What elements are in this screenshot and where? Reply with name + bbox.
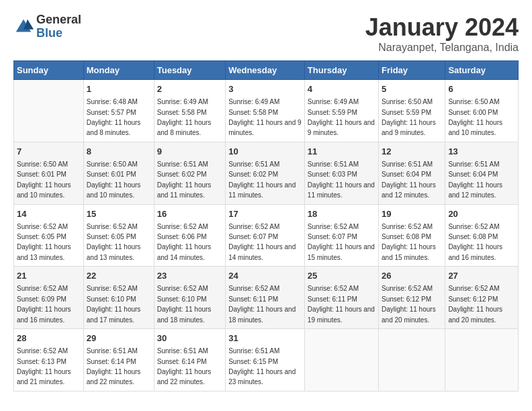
calendar-cell: 30 Sunrise: 6:51 AM Sunset: 6:14 PM Dayl… <box>154 329 225 392</box>
logo: General Blue <box>13 13 81 40</box>
day-sunset: Sunset: 6:13 PM <box>17 358 66 365</box>
day-daylight: Daylight: 11 hours and 15 minutes. <box>308 243 375 261</box>
day-daylight: Daylight: 11 hours and 11 minutes. <box>308 181 375 199</box>
day-sunrise: Sunrise: 6:49 AM <box>308 98 359 105</box>
calendar-cell: 12 Sunrise: 6:51 AM Sunset: 6:04 PM Dayl… <box>379 142 445 204</box>
col-wednesday: Wednesday <box>226 61 305 80</box>
calendar-week-4: 21 Sunrise: 6:52 AM Sunset: 6:09 PM Dayl… <box>14 267 519 329</box>
day-sunset: Sunset: 6:06 PM <box>157 233 207 240</box>
day-sunset: Sunset: 6:07 PM <box>228 233 278 240</box>
day-number: 15 <box>87 208 151 220</box>
day-number: 1 <box>87 83 151 95</box>
day-sunset: Sunset: 6:08 PM <box>448 233 498 240</box>
calendar-cell <box>304 329 378 392</box>
day-sunrise: Sunrise: 6:50 AM <box>87 161 138 168</box>
title-area: January 2024 Narayanpet, Telangana, Indi… <box>365 13 519 54</box>
day-sunset: Sunset: 6:07 PM <box>308 233 357 240</box>
day-daylight: Daylight: 11 hours and 8 minutes. <box>87 119 141 136</box>
logo-text: General Blue <box>36 13 81 40</box>
day-number: 11 <box>308 146 375 158</box>
day-sunrise: Sunrise: 6:52 AM <box>17 285 68 292</box>
day-sunset: Sunset: 6:02 PM <box>157 171 207 178</box>
day-daylight: Daylight: 11 hours and 20 minutes. <box>448 306 502 323</box>
calendar-week-2: 7 Sunrise: 6:50 AM Sunset: 6:01 PM Dayli… <box>14 142 519 204</box>
calendar-week-3: 14 Sunrise: 6:52 AM Sunset: 6:05 PM Dayl… <box>14 204 519 267</box>
day-daylight: Daylight: 11 hours and 22 minutes. <box>87 368 141 385</box>
day-daylight: Daylight: 11 hours and 10 minutes. <box>448 119 502 136</box>
calendar-cell <box>379 329 445 392</box>
calendar-cell: 15 Sunrise: 6:52 AM Sunset: 6:05 PM Dayl… <box>83 204 154 267</box>
day-sunset: Sunset: 6:08 PM <box>382 233 431 240</box>
calendar-cell: 16 Sunrise: 6:52 AM Sunset: 6:06 PM Dayl… <box>154 204 225 267</box>
day-sunrise: Sunrise: 6:52 AM <box>17 347 68 355</box>
day-sunrise: Sunrise: 6:52 AM <box>308 223 359 230</box>
day-sunrise: Sunrise: 6:52 AM <box>228 285 279 292</box>
day-number: 28 <box>17 332 81 345</box>
calendar-cell: 29 Sunrise: 6:51 AM Sunset: 6:14 PM Dayl… <box>83 329 154 392</box>
day-sunset: Sunset: 6:10 PM <box>157 295 207 303</box>
calendar-week-1: 1 Sunrise: 6:48 AM Sunset: 5:57 PM Dayli… <box>14 80 519 142</box>
calendar-cell: 26 Sunrise: 6:52 AM Sunset: 6:12 PM Dayl… <box>379 267 445 329</box>
day-daylight: Daylight: 11 hours and 18 minutes. <box>157 306 212 323</box>
calendar-cell: 6 Sunrise: 6:50 AM Sunset: 6:00 PM Dayli… <box>445 80 519 142</box>
day-daylight: Daylight: 11 hours and 13 minutes. <box>17 243 71 261</box>
col-friday: Friday <box>379 61 445 80</box>
day-sunrise: Sunrise: 6:51 AM <box>228 161 279 168</box>
day-sunrise: Sunrise: 6:51 AM <box>228 347 279 355</box>
day-sunset: Sunset: 6:11 PM <box>308 295 357 303</box>
day-daylight: Daylight: 11 hours and 14 minutes. <box>157 243 212 261</box>
day-sunrise: Sunrise: 6:52 AM <box>17 223 68 230</box>
calendar-cell: 2 Sunrise: 6:49 AM Sunset: 5:58 PM Dayli… <box>154 80 225 142</box>
day-number: 30 <box>157 332 222 345</box>
day-sunset: Sunset: 6:10 PM <box>87 295 136 303</box>
day-sunset: Sunset: 6:01 PM <box>17 171 66 178</box>
day-number: 12 <box>382 146 442 158</box>
day-sunrise: Sunrise: 6:52 AM <box>448 223 499 230</box>
day-daylight: Daylight: 11 hours and 23 minutes. <box>228 368 296 385</box>
day-daylight: Daylight: 11 hours and 18 minutes. <box>228 306 296 323</box>
day-sunset: Sunset: 6:14 PM <box>87 358 136 365</box>
calendar-table: Sunday Monday Tuesday Wednesday Thursday… <box>13 60 519 392</box>
calendar-cell: 28 Sunrise: 6:52 AM Sunset: 6:13 PM Dayl… <box>14 329 84 392</box>
day-number: 25 <box>308 270 375 282</box>
day-daylight: Daylight: 11 hours and 9 minutes. <box>382 119 436 136</box>
day-daylight: Daylight: 11 hours and 17 minutes. <box>87 306 141 323</box>
calendar-cell: 14 Sunrise: 6:52 AM Sunset: 6:05 PM Dayl… <box>14 204 84 267</box>
day-daylight: Daylight: 11 hours and 11 minutes. <box>157 181 212 199</box>
day-number: 31 <box>228 332 302 345</box>
day-sunrise: Sunrise: 6:52 AM <box>448 285 499 292</box>
day-number: 29 <box>87 332 151 345</box>
day-daylight: Daylight: 11 hours and 19 minutes. <box>308 306 375 323</box>
day-number: 24 <box>228 270 302 282</box>
day-daylight: Daylight: 11 hours and 10 minutes. <box>17 181 71 199</box>
day-sunset: Sunset: 6:00 PM <box>448 109 498 116</box>
day-number: 14 <box>17 208 81 220</box>
day-number: 10 <box>228 146 302 158</box>
calendar-cell: 10 Sunrise: 6:51 AM Sunset: 6:02 PM Dayl… <box>226 142 305 204</box>
day-number: 3 <box>228 83 302 95</box>
day-sunset: Sunset: 6:12 PM <box>382 295 431 303</box>
calendar-cell: 1 Sunrise: 6:48 AM Sunset: 5:57 PM Dayli… <box>83 80 154 142</box>
day-sunset: Sunset: 6:11 PM <box>228 295 278 303</box>
calendar-cell: 20 Sunrise: 6:52 AM Sunset: 6:08 PM Dayl… <box>445 204 519 267</box>
day-daylight: Daylight: 11 hours and 12 minutes. <box>382 181 436 199</box>
calendar-cell: 27 Sunrise: 6:52 AM Sunset: 6:12 PM Dayl… <box>445 267 519 329</box>
day-sunset: Sunset: 5:59 PM <box>308 109 357 116</box>
day-number: 26 <box>382 270 442 282</box>
main-title: January 2024 <box>365 13 519 42</box>
day-sunrise: Sunrise: 6:52 AM <box>382 223 433 230</box>
day-sunset: Sunset: 6:15 PM <box>228 358 278 365</box>
calendar-cell: 9 Sunrise: 6:51 AM Sunset: 6:02 PM Dayli… <box>154 142 225 204</box>
logo-general: General <box>36 13 81 26</box>
day-sunrise: Sunrise: 6:52 AM <box>87 223 138 230</box>
day-daylight: Daylight: 11 hours and 16 minutes. <box>448 243 502 261</box>
day-daylight: Daylight: 11 hours and 16 minutes. <box>17 306 71 323</box>
calendar-cell: 4 Sunrise: 6:49 AM Sunset: 5:59 PM Dayli… <box>304 80 378 142</box>
day-sunset: Sunset: 6:14 PM <box>157 358 207 365</box>
day-sunrise: Sunrise: 6:50 AM <box>17 161 68 168</box>
day-sunrise: Sunrise: 6:51 AM <box>87 347 138 355</box>
day-sunset: Sunset: 6:12 PM <box>448 295 498 303</box>
col-thursday: Thursday <box>304 61 378 80</box>
day-number: 7 <box>17 146 81 158</box>
header-row: Sunday Monday Tuesday Wednesday Thursday… <box>14 61 519 80</box>
